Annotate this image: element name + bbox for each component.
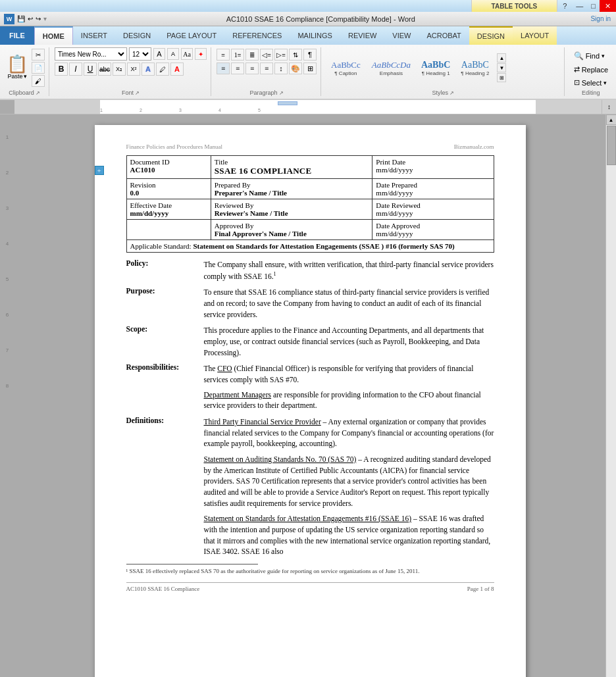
copy-button[interactable]: 📄 [32,62,45,74]
word-icon: W [4,14,14,24]
highlight-button[interactable]: 🖊 [156,63,169,76]
shading-button[interactable]: 🎨 [289,63,302,74]
scope-label: Scope: [126,325,204,358]
decrease-font-button[interactable]: A [167,48,179,60]
justify-button[interactable]: ≡ [260,63,273,74]
print-date-cell: Print Date mm/dd/yyyy [372,156,494,179]
policy-text: The Company shall ensure, with written v… [204,259,494,282]
align-right-button[interactable]: ≡ [245,63,259,74]
bold-button[interactable]: B [55,63,68,76]
ribbon-tabs: FILE HOME INSERT DESIGN PAGE LAYOUT REFE… [0,26,616,45]
change-case-button[interactable]: Aa [181,48,193,60]
minimize-button[interactable]: — [572,0,587,12]
style-heading1[interactable]: AaBbC ¶ Heading 1 [417,59,454,78]
editing-group: 🔍 Find ▾ ⇄ Replace ⊡ Select ▾ Editing [567,47,612,96]
sign-in-area[interactable]: Sign in [590,15,611,22]
cut-button[interactable]: ✂ [32,49,45,61]
definitions-section: Definitions: Third Party Financial Servi… [126,416,494,557]
revision-cell: Revision 0.0 [126,179,211,199]
paragraph-group: ≡ 1≡ ≣ ◁≡ ▷≡ ⇅ ¶ ≡ ≡ ≡ ≡ ↕ 🎨 ⊞ [214,47,321,96]
styles-scroll-up[interactable]: ▲ ▼ ⊞ [497,53,506,82]
left-margin-ruler: 12345678 [0,114,14,677]
underline-button[interactable]: U [84,63,97,76]
multilevel-button[interactable]: ≣ [245,49,259,61]
styles-group-label: Styles ↗ [326,89,560,96]
decrease-indent-button[interactable]: ◁≡ [260,49,273,61]
scroll-thumb[interactable] [607,126,616,165]
tab-mailings[interactable]: MAILINGS [290,26,340,45]
font-name-select[interactable]: Times New Ro... [55,47,127,61]
table-tools-label: TABLE TOOLS [471,0,558,12]
style-heading2[interactable]: AaBbC ¶ Heading 2 [457,59,493,78]
definitions-label: Definitions: [126,416,204,557]
font-color-button[interactable]: A [170,63,184,76]
style-emphasis[interactable]: AaBbCcDa Emphasis [368,59,415,78]
page-container: + Finance Policies and Procedures Manual… [14,114,605,677]
undo-icon[interactable]: ↩ [28,15,33,22]
tab-references[interactable]: REFERENCES [224,26,290,45]
clear-format-button[interactable]: ✦ [195,48,207,60]
footnote-divider [126,564,258,564]
tab-page-layout[interactable]: PAGE LAYOUT [159,26,224,45]
style-caption[interactable]: AaBbCc ¶ Caption [326,58,365,78]
replace-button[interactable]: ⇄ Replace [570,64,612,75]
table-add-button[interactable]: + [95,166,104,175]
numbering-button[interactable]: 1≡ [231,49,244,61]
bullets-button[interactable]: ≡ [217,49,230,61]
title-bar: W 💾 ↩ ↪ ▾ AC1010 SSAE 16 Compliance [Com… [0,12,616,26]
sort-button[interactable]: ⇅ [289,49,302,61]
policy-section: Policy: The Company shall ensure, with w… [126,259,494,282]
paragraph-group-label: Paragraph ↗ [217,89,317,96]
format-painter-button[interactable]: 🖌 [32,75,45,87]
quick-save-icon[interactable]: 💾 [17,15,25,22]
italic-button[interactable]: I [69,63,82,76]
align-center-button[interactable]: ≡ [231,63,244,74]
superscript-button[interactable]: X² [127,63,140,76]
font-size-select[interactable]: 12 [129,47,151,61]
border-button[interactable]: ⊞ [303,63,317,74]
tab-home[interactable]: HOME [34,26,73,45]
tab-design[interactable]: DESIGN [115,26,159,45]
purpose-text: To ensure that SSAE 16 compliance status… [204,287,494,320]
show-para-button[interactable]: ¶ [303,49,317,61]
close-button[interactable]: ✕ [600,0,616,12]
line-spacing-button[interactable]: ↕ [274,63,288,74]
tab-acrobat[interactable]: ACROBAT [419,26,469,45]
maximize-button[interactable]: □ [587,0,600,12]
tab-review[interactable]: REVIEW [340,26,384,45]
paste-button[interactable]: 📋 Paste ▾ [4,55,30,81]
subscript-button[interactable]: X₂ [113,63,126,76]
strikethrough-button[interactable]: abc [98,63,111,76]
prepared-by-cell: Prepared By Preparer's Name / Title [211,179,372,199]
text-effect-button[interactable]: A [141,63,155,76]
approved-by-cell: Approved By Final Approver's Name / Titl… [211,220,372,240]
tab-table-design[interactable]: DESIGN [469,26,513,45]
clipboard-label: Clipboard ↗ [4,89,45,96]
tab-table-layout[interactable]: LAYOUT [513,26,557,45]
ruler-corner[interactable]: ↕ [602,100,616,114]
footnote-text: ¹ SSAE 16 effectively replaced SAS 70 as… [126,567,494,576]
document-footer: AC1010 SSAE 16 Compliance Page 1 of 8 [126,582,494,592]
scope-section: Scope: This procedure applies to the Fin… [126,325,494,358]
help-button[interactable]: ? [557,0,572,12]
scroll-up-button[interactable]: ▲ [606,114,617,125]
tab-view[interactable]: VIEW [384,26,419,45]
document-title: AC1010 SSAE 16 Compliance [Compatibility… [51,15,590,23]
increase-indent-button[interactable]: ▷≡ [274,49,288,61]
increase-font-button[interactable]: A [153,48,165,60]
tab-file[interactable]: FILE [0,26,34,45]
scope-text: This procedure applies to the Finance an… [204,325,494,358]
vertical-scrollbar[interactable]: ▲ ▼ [605,114,616,677]
responsibilities-label: Responsibilities: [126,363,204,411]
header-left: Finance Policies and Procedures Manual [126,143,222,150]
align-left-button[interactable]: ≡ [217,63,230,74]
doc-title-cell: Title SSAE 16 COMPLIANCE [211,156,372,179]
reviewed-by-cell: Reviewed By Reviewer's Name / Title [211,199,372,220]
tab-insert[interactable]: INSERT [73,26,115,45]
scroll-track[interactable] [606,125,617,677]
find-button[interactable]: 🔍 Find ▾ [570,50,612,62]
applicable-standard-text: Statement on Standards for Attestation E… [193,242,454,250]
redo-icon[interactable]: ↪ [36,15,41,22]
select-button[interactable]: ⊡ Select ▾ [570,77,612,88]
date-approved-cell: Date Approved mm/dd/yyyy [372,220,494,240]
